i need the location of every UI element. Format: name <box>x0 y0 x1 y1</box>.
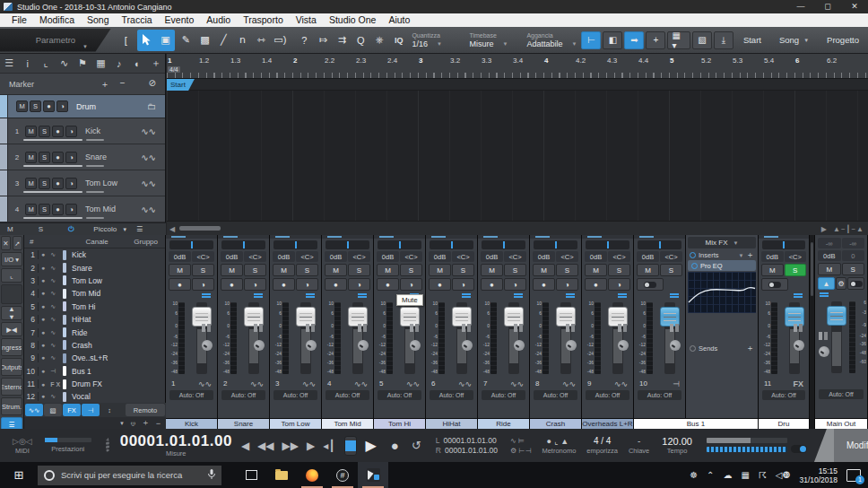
battery-icon[interactable]: ▦ <box>741 470 749 480</box>
add-track-icon[interactable]: ＋ <box>147 57 165 70</box>
channel-row-crash[interactable]: 8 ● ∿ Crash <box>24 339 165 352</box>
pan-readout[interactable]: <C> <box>400 251 422 262</box>
automation-mode-button[interactable]: Auto: Off <box>378 390 421 400</box>
quantize-icon[interactable]: Q <box>352 30 370 51</box>
solo-button[interactable]: S <box>39 152 50 163</box>
quantize-select[interactable]: Quantizza 1/16▼ <box>408 27 465 54</box>
track-color-tab[interactable] <box>0 196 8 222</box>
volume-readout[interactable]: 0dB <box>325 251 347 262</box>
fader-zone[interactable]: 1060-6-12-24-36-48 <box>218 301 269 378</box>
automation-mode-button[interactable]: Auto: Off <box>169 390 213 400</box>
mono-toggle[interactable] <box>847 277 864 290</box>
loop-button[interactable]: ↺ <box>412 439 421 452</box>
minimize-button[interactable]: — <box>787 0 814 13</box>
preroll-icon[interactable]: ∿ ⊨ <box>510 437 531 445</box>
play-button[interactable]: ▶ <box>366 437 377 454</box>
loop-left-value[interactable]: 00001.01.01.00 <box>444 436 497 446</box>
mute-button[interactable]: M <box>637 264 659 276</box>
record-arm-button[interactable]: ● <box>52 204 64 215</box>
input-quantize-button[interactable]: IQ <box>389 36 409 45</box>
automation-mode-button[interactable]: Auto: Off <box>430 390 473 400</box>
monitor-button[interactable]: ◑ <box>452 278 474 291</box>
timeline-ruler[interactable]: 11.21.31.422.22.32.433.23.33.444.24.34.4… <box>167 54 868 79</box>
record-arm-button[interactable]: ● <box>273 278 295 291</box>
stereo-width-icon[interactable] <box>819 332 829 340</box>
loop-right-value[interactable]: 00001.01.01.00 <box>445 446 498 456</box>
strip-name-plate[interactable]: Tom Mid <box>322 418 373 429</box>
monitor-button[interactable]: ◑ <box>192 278 214 291</box>
channel-color-bar[interactable] <box>63 340 66 350</box>
mute-button[interactable]: M <box>761 264 784 276</box>
time-display[interactable]: 00001.01.01.00 Misure <box>120 429 232 462</box>
chevron-down-icon[interactable]: ▼ <box>82 44 88 49</box>
fader-zone[interactable]: 1060-6-12-24-36-48 <box>374 301 425 378</box>
fader-zone[interactable]: 1060-6-12-24-36-48 <box>322 301 373 378</box>
track-color-tab[interactable] <box>0 95 8 118</box>
record-arm-button[interactable]: ● <box>533 278 555 291</box>
action-center-icon[interactable]: 1 <box>846 469 861 482</box>
monitor-button[interactable]: ◑ <box>348 278 370 291</box>
folder-icon[interactable]: 🗀 <box>147 101 156 111</box>
volume-readout[interactable]: 0dB <box>273 251 295 262</box>
strip-name-plate[interactable]: Main Out <box>815 418 867 429</box>
fader-zone[interactable]: 1060-6-12-24-36-48 <box>478 301 529 378</box>
file-explorer-button[interactable] <box>266 462 297 488</box>
pan-control[interactable] <box>221 240 265 249</box>
remove-marker-icon[interactable]: − <box>120 78 126 91</box>
mute-button[interactable]: M <box>818 263 841 275</box>
strip-name-plate[interactable]: Crash <box>530 418 581 429</box>
expand-icon[interactable]: ▲▼ <box>1 306 22 320</box>
solo-button[interactable]: S <box>608 264 630 276</box>
monitor-button[interactable]: ◑ <box>504 278 526 291</box>
insert-indicator-icon[interactable] <box>426 292 477 301</box>
volume-slider[interactable] <box>23 217 82 219</box>
pan-knob[interactable] <box>514 340 525 351</box>
channel-icons[interactable]: ● ⊣ <box>41 368 63 375</box>
outputs-bank-button[interactable]: Outputs <box>1 358 22 376</box>
mute-button[interactable]: M <box>25 178 37 189</box>
monitor-button[interactable]: ◑ <box>400 278 422 291</box>
menu-item-studio-one[interactable]: Studio One <box>323 13 383 27</box>
channel-icons[interactable]: ● ∿ <box>41 303 63 310</box>
pan-knob[interactable] <box>410 340 421 351</box>
automation-mode-button[interactable]: Auto: Off <box>638 390 681 400</box>
volume-readout[interactable]: 0dB <box>221 251 243 262</box>
limiter-icon[interactable]: ▲ <box>818 277 835 290</box>
channel-name[interactable]: Ride <box>72 328 87 337</box>
time-value[interactable]: 00001.01.01.00 <box>120 433 232 449</box>
monitor-button[interactable]: ◑ <box>296 278 318 291</box>
track-height-select[interactable]: Piccolo <box>93 225 117 233</box>
song-page-button[interactable]: Song▼ <box>770 30 818 50</box>
folder-track-drum[interactable]: M S ● ◑ Drum 🗀 <box>0 95 165 118</box>
pan-slider[interactable] <box>86 191 104 193</box>
instruments-bank-button[interactable]: Strum. <box>1 397 22 415</box>
key-signature[interactable]: - Chiave <box>629 429 649 462</box>
insert-indicator-icon[interactable] <box>478 292 529 301</box>
strip-name-plate[interactable]: Overheads L+R <box>582 418 633 429</box>
insert-indicator-icon[interactable] <box>815 291 867 300</box>
hash-app-button[interactable]: # <box>327 462 358 488</box>
inserts-header[interactable]: Inserts▼ ＋ <box>686 249 758 260</box>
monitor-button[interactable]: ◑ <box>608 278 630 291</box>
key-value[interactable]: - <box>638 436 640 447</box>
external-bank-button[interactable]: Esterno <box>1 378 22 396</box>
crosshair-toggle[interactable]: + <box>646 31 665 49</box>
monitor-button[interactable]: ◑ <box>65 178 77 189</box>
next-bar-icon[interactable]: ▶ <box>307 440 315 452</box>
pin-icon[interactable]: ➚ <box>13 236 22 250</box>
automation-mode-button[interactable]: Auto: Off <box>273 390 317 400</box>
track-kick[interactable]: 1 M S ● ◑ Kick ∿∿ <box>0 118 165 144</box>
mono-toggle[interactable] <box>761 278 788 291</box>
solo-button[interactable]: S <box>39 178 50 189</box>
pan-control[interactable] <box>378 240 421 249</box>
track-tom-low[interactable]: 3 M S ● ◑ Tom Low ∿∿ <box>0 170 165 196</box>
channel-row-snare[interactable]: 2 ● ∿ Snare <box>24 261 165 274</box>
volume-icon[interactable]: ◁❿ <box>776 470 791 480</box>
insert-indicator-icon[interactable] <box>166 292 217 301</box>
stereo-width-icon[interactable] <box>306 324 316 332</box>
volume-slider[interactable] <box>23 191 82 193</box>
mute-button[interactable]: M <box>169 264 191 276</box>
channel-color-bar[interactable] <box>63 379 66 389</box>
power-icon[interactable] <box>691 263 698 269</box>
chevron-down-icon[interactable]: ▼ <box>119 421 125 426</box>
